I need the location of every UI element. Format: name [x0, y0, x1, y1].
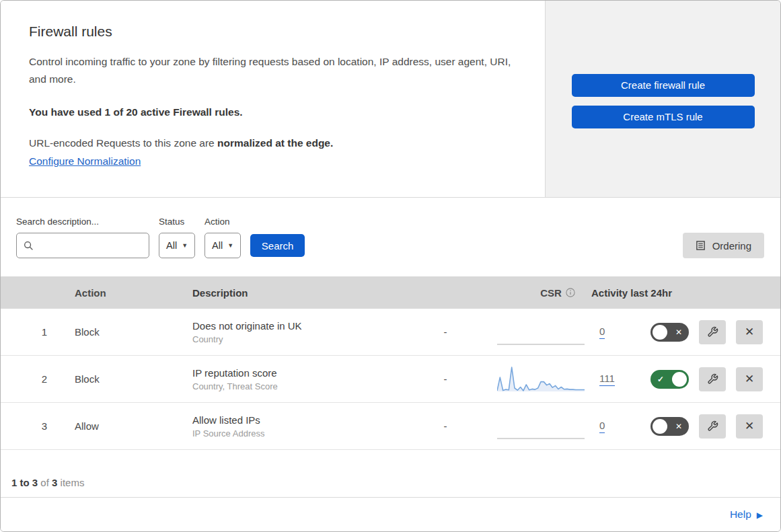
rule-csr-value: -	[412, 420, 479, 432]
rule-match-fields: Country, Threat Score	[192, 381, 412, 391]
activity-sparkline	[497, 365, 585, 394]
delete-rule-button[interactable]: ✕	[736, 414, 763, 439]
rule-match-fields: IP Source Address	[192, 428, 412, 439]
actions-panel: Create firewall rule Create mTLS rule	[546, 1, 780, 197]
rule-description: Allow listed IPs	[192, 414, 412, 426]
rule-action: Block	[75, 373, 192, 385]
activity-count-link[interactable]: 0	[599, 326, 605, 339]
items-text: items	[57, 477, 84, 488]
rule-match-fields: Country	[192, 334, 412, 344]
status-dropdown[interactable]: All ▼	[159, 233, 195, 258]
search-group: Search description...	[16, 217, 149, 258]
delete-rule-button[interactable]: ✕	[736, 367, 763, 391]
page-title: Firewall rules	[29, 24, 517, 40]
usage-text: You have used 1 of 20 active Firewall ru…	[29, 106, 517, 118]
activity-sparkline	[497, 317, 585, 347]
table-header: Action Description CSR Activity last 24h…	[1, 276, 780, 309]
pagination-summary: 1 to 3 of 3 items	[1, 450, 780, 497]
rule-controls: ✓ ✕ ✕	[650, 367, 780, 391]
page-description: Control incoming traffic to your zone by…	[29, 53, 517, 88]
rule-enabled-toggle[interactable]: ✓ ✕	[650, 323, 689, 342]
normalization-prefix: URL-encoded Requests to this zone are	[29, 137, 217, 149]
rule-description-cell: IP reputation score Country, Threat Scor…	[192, 367, 412, 391]
rule-priority: 3	[1, 420, 75, 432]
rule-controls: ✓ ✕ ✕	[650, 414, 780, 439]
ordering-button[interactable]: Ordering	[683, 233, 764, 258]
wrench-icon	[707, 373, 718, 385]
info-icon[interactable]	[566, 288, 575, 297]
csr-column-header: CSR	[524, 287, 591, 299]
activity-count-link[interactable]: 111	[599, 373, 615, 386]
toggle-knob	[653, 419, 667, 434]
of-text: of	[38, 477, 52, 488]
activity-count-link[interactable]: 0	[599, 420, 605, 433]
rule-csr-value: -	[412, 373, 479, 385]
table-row: 2 Block IP reputation score Country, Thr…	[1, 356, 780, 403]
rule-activity-cell: 0	[479, 317, 650, 347]
rule-priority: 1	[1, 326, 75, 338]
search-box[interactable]	[16, 233, 149, 258]
rule-description: IP reputation score	[192, 367, 412, 379]
status-value: All	[166, 240, 177, 251]
rule-enabled-toggle[interactable]: ✓ ✕	[650, 417, 689, 436]
rule-description-cell: Does not originate in UK Country	[192, 320, 412, 344]
search-icon	[24, 241, 34, 251]
x-icon: ✕	[675, 417, 682, 436]
firewall-rules-page: Firewall rules Control incoming traffic …	[0, 0, 781, 532]
activity-column-header: Activity last 24hr	[591, 287, 763, 299]
close-icon: ✕	[745, 373, 754, 385]
rule-action: Allow	[75, 420, 192, 432]
create-mtls-rule-button[interactable]: Create mTLS rule	[572, 106, 755, 128]
action-filter-group: Action All ▼	[204, 217, 241, 258]
rule-enabled-toggle[interactable]: ✓ ✕	[650, 370, 689, 389]
rule-description: Does not originate in UK	[192, 320, 412, 332]
arrow-right-icon: ▶	[757, 510, 763, 520]
check-icon: ✓	[657, 370, 664, 389]
close-icon: ✕	[745, 326, 754, 338]
help-label: Help	[730, 508, 751, 521]
list-document-icon	[696, 240, 706, 251]
ordering-label: Ordering	[712, 240, 751, 252]
action-label: Action	[204, 217, 241, 227]
wrench-icon	[707, 326, 718, 338]
header-text-block: Firewall rules Control incoming traffic …	[1, 1, 546, 197]
configure-normalization-link[interactable]: Configure Normalization	[29, 155, 141, 167]
filter-bar: Search description... Status All ▼ Actio…	[1, 198, 780, 276]
rule-activity-cell: 111	[479, 365, 650, 394]
delete-rule-button[interactable]: ✕	[736, 320, 763, 344]
help-bar: Help ▶	[1, 497, 780, 531]
help-link[interactable]: Help ▶	[730, 508, 763, 521]
wrench-icon	[707, 420, 718, 432]
chevron-down-icon: ▼	[182, 242, 188, 249]
rule-activity-cell: 0	[479, 412, 650, 441]
search-input[interactable]	[38, 240, 142, 251]
rule-controls: ✓ ✕ ✕	[650, 320, 780, 344]
rule-description-cell: Allow listed IPs IP Source Address	[192, 414, 412, 439]
edit-rule-button[interactable]	[699, 320, 726, 344]
table-row: 3 Allow Allow listed IPs IP Source Addre…	[1, 403, 780, 450]
search-label: Search description...	[16, 217, 149, 227]
toggle-knob	[653, 325, 667, 340]
close-icon: ✕	[745, 420, 754, 432]
action-column-header: Action	[75, 287, 192, 299]
table-row: 1 Block Does not originate in UK Country…	[1, 309, 780, 356]
status-filter-group: Status All ▼	[159, 217, 195, 258]
create-firewall-rule-button[interactable]: Create firewall rule	[572, 74, 755, 97]
search-button[interactable]: Search	[250, 234, 305, 257]
range-text: 1 to 3	[11, 477, 38, 488]
activity-sparkline	[497, 412, 585, 441]
normalization-bold: normalized at the edge.	[217, 137, 333, 149]
rule-priority: 2	[1, 373, 75, 385]
description-column-header: Description	[192, 287, 524, 299]
rule-action: Block	[75, 326, 192, 338]
edit-rule-button[interactable]	[699, 414, 726, 439]
status-label: Status	[159, 217, 195, 227]
toggle-knob	[672, 372, 687, 387]
edit-rule-button[interactable]	[699, 367, 726, 391]
action-dropdown[interactable]: All ▼	[204, 233, 241, 258]
action-value: All	[212, 240, 223, 251]
x-icon: ✕	[675, 323, 682, 342]
csr-label: CSR	[540, 287, 562, 299]
normalization-text: URL-encoded Requests to this zone are no…	[29, 137, 517, 149]
rule-csr-value: -	[412, 326, 479, 338]
